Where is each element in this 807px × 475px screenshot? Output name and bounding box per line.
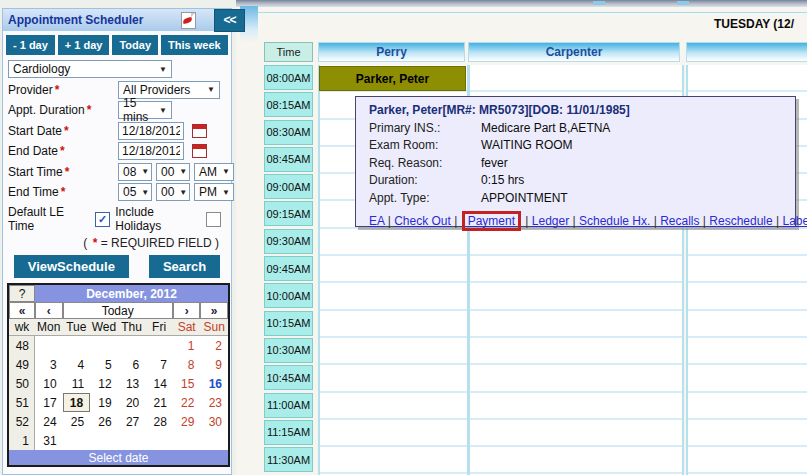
start-date-calendar-icon[interactable]: [192, 124, 207, 138]
schedule-cell[interactable]: [688, 311, 807, 338]
schedule-cell[interactable]: [688, 283, 807, 310]
pdf-export-icon[interactable]: [181, 12, 196, 29]
calendar-prev-month-button[interactable]: ‹: [35, 302, 63, 319]
start-date-input[interactable]: [118, 122, 184, 140]
calendar-day-6[interactable]: 6: [118, 355, 146, 374]
provider-header-perry[interactable]: Perry: [318, 42, 465, 62]
calendar-day-26[interactable]: 26: [90, 412, 118, 431]
schedule-cell[interactable]: [320, 365, 467, 392]
start-hour-select[interactable]: 08▼: [118, 163, 152, 181]
popup-link-ledger[interactable]: Ledger: [532, 214, 569, 228]
end-date-input[interactable]: [118, 142, 184, 160]
calendar-next-month-button[interactable]: ›: [173, 302, 201, 319]
calendar-day-13[interactable]: 13: [118, 374, 146, 393]
schedule-cell[interactable]: [320, 229, 467, 256]
popup-link-label1[interactable]: Label1: [782, 214, 807, 228]
end-minute-select[interactable]: 00▼: [156, 183, 190, 201]
calendar-day-1[interactable]: 1: [173, 336, 201, 355]
calendar-today-button[interactable]: Today: [63, 302, 173, 319]
schedule-cell[interactable]: [688, 365, 807, 392]
calendar-day-25[interactable]: 25: [63, 412, 91, 431]
calendar-day-28[interactable]: 28: [145, 412, 173, 431]
provider-header-carpenter[interactable]: Carpenter: [468, 42, 680, 62]
calendar-day-18[interactable]: 18: [63, 393, 91, 412]
schedule-cell[interactable]: [688, 420, 807, 447]
popup-link-payment[interactable]: Payment: [468, 214, 515, 228]
calendar-day-12[interactable]: 12: [90, 374, 118, 393]
calendar-day-4[interactable]: 4: [63, 355, 91, 374]
calendar-day-27[interactable]: 27: [118, 412, 146, 431]
view-schedule-button[interactable]: ViewSchedule: [14, 255, 129, 278]
nav-button-2[interactable]: Today: [112, 35, 158, 55]
schedule-cell[interactable]: [688, 447, 807, 474]
schedule-cell[interactable]: [320, 447, 467, 474]
popup-link-schedule-hx-[interactable]: Schedule Hx.: [579, 214, 650, 228]
schedule-cell[interactable]: [320, 420, 467, 447]
schedule-cell[interactable]: [688, 393, 807, 420]
popup-link-reschedule[interactable]: Reschedule: [709, 214, 772, 228]
end-hour-select[interactable]: 05▼: [118, 183, 152, 201]
schedule-cell[interactable]: [470, 229, 682, 256]
end-ampm-select[interactable]: PM▼: [194, 183, 234, 201]
calendar-day-14[interactable]: 14: [145, 374, 173, 393]
schedule-cell[interactable]: [688, 65, 807, 92]
schedule-cell[interactable]: [688, 338, 807, 365]
schedule-cell[interactable]: [470, 65, 682, 92]
collapse-panel-button[interactable]: <<: [214, 9, 245, 32]
appointment-cell[interactable]: Parker, Peter: [319, 66, 466, 91]
popup-link-ea[interactable]: EA: [369, 214, 384, 228]
default-le-time-checkbox[interactable]: ✓: [95, 212, 110, 227]
schedule-cell[interactable]: [470, 338, 682, 365]
calendar-day-5[interactable]: 5: [90, 355, 118, 374]
search-button[interactable]: Search: [149, 255, 220, 278]
calendar-day-9[interactable]: 9: [200, 355, 228, 374]
schedule-cell[interactable]: [320, 283, 467, 310]
schedule-cell[interactable]: [470, 420, 682, 447]
schedule-cell[interactable]: [320, 338, 467, 365]
calendar-day-11[interactable]: 11: [63, 374, 91, 393]
provider-header-hanson[interactable]: Hanso: [686, 42, 807, 62]
calendar-day-7[interactable]: 7: [145, 355, 173, 374]
start-ampm-select[interactable]: AM▼: [194, 163, 234, 181]
calendar-day-2[interactable]: 2: [200, 336, 228, 355]
nav-button-1[interactable]: + 1 day: [58, 35, 110, 55]
calendar-day-20[interactable]: 20: [118, 393, 146, 412]
nav-button-3[interactable]: This week: [161, 35, 228, 55]
calendar-day-8[interactable]: 8: [173, 355, 201, 374]
calendar-next-year-button[interactable]: »: [200, 302, 228, 319]
schedule-cell[interactable]: [320, 256, 467, 283]
nav-button-0[interactable]: - 1 day: [6, 35, 55, 55]
calendar-day-30[interactable]: 30: [200, 412, 228, 431]
calendar-day-17[interactable]: 17: [35, 393, 63, 412]
schedule-cell[interactable]: [688, 256, 807, 283]
schedule-cell[interactable]: [470, 447, 682, 474]
popup-link-check-out[interactable]: Check Out: [394, 214, 451, 228]
schedule-cell[interactable]: [688, 229, 807, 256]
calendar-help-button[interactable]: ?: [9, 285, 35, 302]
specialty-select[interactable]: Cardiology ▼: [8, 60, 172, 78]
schedule-cell[interactable]: [470, 256, 682, 283]
calendar-day-24[interactable]: 24: [35, 412, 63, 431]
schedule-cell[interactable]: [320, 393, 467, 420]
calendar-day-19[interactable]: 19: [90, 393, 118, 412]
calendar-day-23[interactable]: 23: [200, 393, 228, 412]
schedule-cell[interactable]: [470, 393, 682, 420]
start-minute-select[interactable]: 00▼: [156, 163, 190, 181]
calendar-day-3[interactable]: 3: [35, 355, 63, 374]
schedule-cell[interactable]: [320, 311, 467, 338]
popup-link-recalls[interactable]: Recalls: [660, 214, 699, 228]
calendar-prev-year-button[interactable]: «: [9, 302, 35, 319]
calendar-select-date-button[interactable]: Select date: [9, 450, 228, 465]
end-date-calendar-icon[interactable]: [192, 144, 207, 158]
calendar-day-10[interactable]: 10: [35, 374, 63, 393]
calendar-day-16[interactable]: 16: [200, 374, 228, 393]
schedule-cell[interactable]: [470, 365, 682, 392]
schedule-cell[interactable]: [470, 283, 682, 310]
calendar-day-31[interactable]: 31: [35, 431, 63, 450]
calendar-day-21[interactable]: 21: [145, 393, 173, 412]
calendar-day-22[interactable]: 22: [173, 393, 201, 412]
include-holidays-checkbox[interactable]: [206, 212, 221, 227]
duration-select[interactable]: 15 mins ▼: [118, 101, 172, 119]
calendar-day-15[interactable]: 15: [173, 374, 201, 393]
calendar-day-29[interactable]: 29: [173, 412, 201, 431]
